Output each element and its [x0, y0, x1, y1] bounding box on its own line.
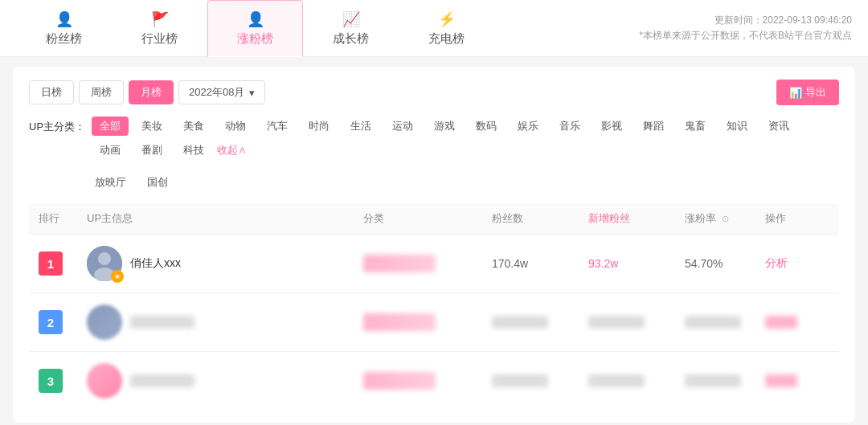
table-row-3: 3: [29, 352, 839, 410]
industry-icon: 🚩: [151, 10, 169, 28]
rank-badge-1: 1: [39, 251, 63, 276]
growth-rate-cell-3: [685, 374, 765, 387]
growth-rate-cell-2: [685, 316, 765, 329]
cat-variety[interactable]: 番剧: [133, 141, 170, 160]
tab-charge[interactable]: ⚡ 充电榜: [399, 0, 494, 56]
new-fans-blurred-2: [588, 316, 645, 329]
action-blurred-2: [765, 316, 797, 329]
fans-cell-3: [492, 374, 588, 387]
cat-life[interactable]: 生活: [342, 116, 379, 136]
rank-badge-3: 3: [39, 369, 63, 393]
update-info: 更新时间：2022-09-13 09:46:20 *本榜单来源于公开数据，不代表…: [639, 13, 852, 43]
avatar-container-2: [87, 304, 122, 340]
cat-tech[interactable]: 科技: [175, 141, 212, 160]
fans-icon: 👤: [55, 10, 73, 28]
category-tag-blurred-1: [363, 255, 436, 272]
tab-growth-label: 成长榜: [333, 31, 369, 47]
cat-news[interactable]: 资讯: [760, 116, 797, 136]
rank-cell-2: 2: [39, 310, 87, 334]
cat-all[interactable]: 全部: [92, 116, 129, 136]
category-cell-1: [363, 255, 492, 272]
up-name-1: 俏佳人xxx: [130, 256, 181, 271]
tab-fans[interactable]: 👤 粉丝榜: [16, 0, 112, 56]
export-button[interactable]: 📊 导出: [776, 80, 839, 105]
category-label: UP主分类：: [29, 116, 85, 134]
tab-industry-label: 行业榜: [141, 31, 178, 47]
avatar-2: [87, 304, 122, 340]
sort-icon: ⊙: [722, 214, 729, 223]
growth-rate-cell-1: 54.70%: [685, 257, 765, 270]
new-fans-cell-1: 93.2w: [588, 257, 685, 270]
week-filter-btn[interactable]: 周榜: [79, 80, 124, 104]
category-filter-row: UP主分类： 全部 美妆 美食 动物 汽车 时尚 生活 运动 游戏 数码 娱乐 …: [29, 116, 839, 160]
cat-car[interactable]: 汽车: [259, 116, 296, 136]
up-info-3: [87, 363, 363, 398]
cat-animal[interactable]: 动物: [217, 116, 254, 136]
cat-dance[interactable]: 舞蹈: [635, 116, 672, 136]
date-select[interactable]: 2022年08月 ▾: [178, 80, 265, 104]
category-cell-3: [363, 372, 492, 390]
cat-original[interactable]: 国创: [139, 173, 176, 192]
avatar-container-3: [87, 363, 122, 398]
disclaimer: *本榜单来源于公开数据，不代表B站平台官方观点: [639, 28, 852, 43]
cat-knowledge[interactable]: 知识: [719, 116, 755, 136]
cat-digital[interactable]: 数码: [468, 116, 505, 136]
fans-cell-2: [492, 316, 588, 329]
th-rank: 排行: [39, 211, 87, 226]
filter-row: 日榜 周榜 月榜 2022年08月 ▾ 📊 导出: [29, 80, 839, 105]
table-row-2: 2: [29, 293, 839, 352]
rank-cell-3: 3: [39, 369, 87, 393]
category-tag-blurred-2: [363, 313, 436, 331]
up-info-1: ★ 俏佳人xxx: [87, 246, 363, 281]
tab-industry[interactable]: 🚩 行业榜: [112, 0, 207, 56]
rank-badge-2: 2: [39, 310, 63, 334]
charge-icon: ⚡: [438, 10, 456, 28]
main-content: 日榜 周榜 月榜 2022年08月 ▾ 📊 导出 UP主分类： 全部 美妆 美食…: [13, 67, 855, 423]
analyze-link-1[interactable]: 分析: [765, 256, 788, 269]
growth-icon: 📈: [342, 10, 360, 28]
cat-cinema[interactable]: 放映厅: [87, 173, 134, 192]
new-fans-cell-3: [588, 374, 685, 387]
action-cell-2: [765, 316, 829, 329]
rank-cell-1: 1: [39, 251, 87, 276]
grow-fans-icon: 👤: [247, 10, 264, 28]
day-filter-btn[interactable]: 日榜: [29, 80, 74, 104]
cat-music[interactable]: 音乐: [551, 116, 588, 136]
category-tags: 全部 美妆 美食 动物 汽车 时尚 生活 运动 游戏 数码 娱乐 音乐 影视 舞…: [92, 116, 839, 160]
nav-tabs: 👤 粉丝榜 🚩 行业榜 👤 涨粉榜 📈 成长榜 ⚡ 充电榜: [16, 0, 494, 56]
cat-fashion[interactable]: 时尚: [301, 116, 338, 136]
excel-icon: 📊: [789, 87, 802, 99]
date-select-value: 2022年08月: [189, 85, 244, 100]
second-cat-row: 放映厅 国创: [29, 173, 839, 192]
cat-film[interactable]: 影视: [593, 116, 630, 136]
th-fans: 粉丝数: [492, 211, 588, 226]
cat-entertainment[interactable]: 娱乐: [510, 116, 547, 136]
cat-animation[interactable]: 动画: [92, 141, 129, 160]
svg-point-1: [98, 252, 111, 265]
new-fans-cell-2: [588, 316, 685, 329]
tab-fans-label: 粉丝榜: [46, 31, 82, 47]
cat-game[interactable]: 游戏: [426, 116, 463, 136]
collapse-btn[interactable]: 收起∧: [217, 143, 247, 157]
tab-growth[interactable]: 📈 成长榜: [303, 0, 399, 56]
action-cell-1: 分析: [765, 256, 829, 271]
cat-sport[interactable]: 运动: [384, 116, 421, 136]
tab-grow-fans-label: 涨粉榜: [237, 31, 273, 47]
up-name-blurred-3: [130, 374, 194, 387]
table-header: 排行 UP主信息 分类 粉丝数 新增粉丝 涨粉率 ⊙ 操作: [29, 203, 839, 235]
month-filter-btn[interactable]: 月榜: [129, 80, 174, 104]
cat-beauty[interactable]: 美妆: [133, 116, 170, 136]
fans-cell-1: 170.4w: [492, 257, 588, 270]
fans-blurred-2: [492, 316, 548, 329]
chevron-down-icon: ▾: [249, 87, 255, 99]
avatar-container-1: ★: [87, 246, 122, 281]
growth-rate-blurred-3: [685, 374, 741, 387]
top-navigation: 👤 粉丝榜 🚩 行业榜 👤 涨粉榜 📈 成长榜 ⚡ 充电榜 更新时间：2022-…: [0, 0, 868, 57]
cat-ghost[interactable]: 鬼畜: [677, 116, 714, 136]
th-growth-rate: 涨粉率 ⊙: [685, 211, 765, 226]
up-name-blurred-2: [130, 316, 194, 329]
th-category: 分类: [363, 211, 492, 226]
cat-food[interactable]: 美食: [175, 116, 212, 136]
fans-blurred-3: [492, 374, 548, 387]
tab-grow-fans[interactable]: 👤 涨粉榜: [207, 0, 303, 57]
